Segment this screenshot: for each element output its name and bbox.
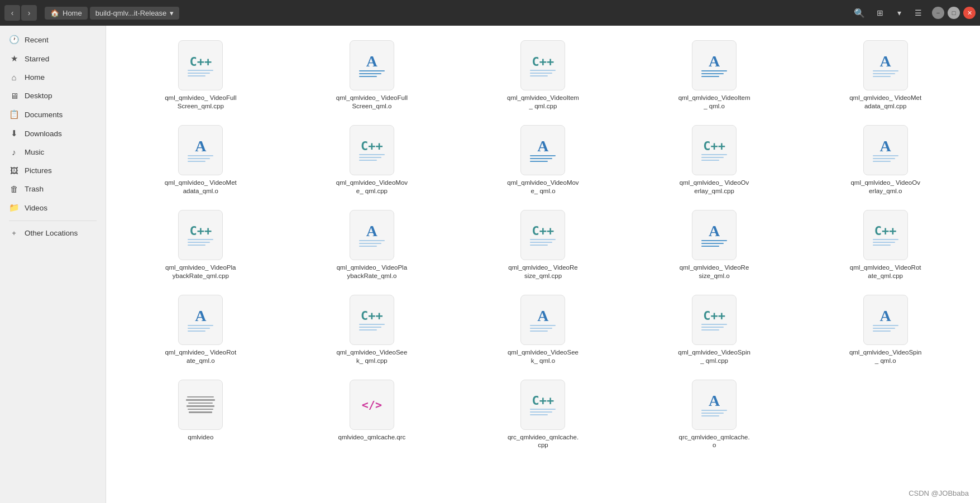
file-name: qml_qmlvideo_ VideoPlaybackRate_qml.cpp bbox=[164, 264, 237, 280]
file-item[interactable]: C++ qml_qmlvideo_ VideoResize_qml.cpp bbox=[460, 204, 627, 285]
view-toggle-button[interactable]: ▾ bbox=[891, 5, 907, 21]
file-name: qmlvideo bbox=[188, 433, 213, 442]
file-icon: C++ bbox=[350, 295, 394, 345]
file-item[interactable]: C++ qrc_qmlvideo_qmlcache.cpp bbox=[460, 374, 627, 454]
sidebar-item-music[interactable]: ♪ Music bbox=[0, 143, 106, 161]
file-name: qml_qmlvideo_ VideoFullScreen_qml.o bbox=[336, 94, 408, 111]
home-icon: 🏠 bbox=[50, 9, 59, 17]
view-list-button[interactable]: ⊞ bbox=[872, 5, 888, 21]
file-icon: C++ bbox=[520, 380, 565, 430]
file-grid: C++ qml_qmlvideo_ VideoFullScreen_qml.cp… bbox=[117, 35, 969, 454]
menu-button[interactable]: ☰ bbox=[910, 5, 926, 21]
titlebar: ‹ › 🏠 Home build-qmlv...it-Release ▾ 🔍 ⊞… bbox=[0, 0, 980, 26]
file-item[interactable]: A qml_qmlvideo_ VideoOverlay_qml.o bbox=[802, 119, 969, 200]
file-name: qml_qmlvideo_ VideoMetadata_qml.o bbox=[164, 179, 237, 195]
file-item[interactable]: A qml_qmlvideo_VideoMove_ qml.o bbox=[460, 119, 627, 200]
sidebar-item-videos[interactable]: 📁 Videos bbox=[0, 198, 106, 217]
back-icon: ‹ bbox=[11, 8, 14, 17]
file-icon: C++ bbox=[692, 295, 737, 345]
file-name: qml_qmlvideo_VideoSpin_ qml.o bbox=[849, 348, 922, 365]
sidebar-item-recent[interactable]: 🕐 Recent bbox=[0, 30, 106, 49]
maximize-button[interactable]: □ bbox=[948, 7, 960, 19]
trash-icon: 🗑 bbox=[9, 184, 19, 194]
file-item[interactable]: C++ qml_qmlvideo_VideoSpin_ qml.cpp bbox=[631, 289, 798, 370]
file-icon: C++ bbox=[178, 210, 223, 260]
file-item[interactable]: C++ qml_qmlvideo_ VideoOverlay_qml.cpp bbox=[631, 119, 798, 200]
back-button[interactable]: ‹ bbox=[4, 5, 20, 21]
file-item[interactable]: A qml_qmlvideo_ VideoPlaybackRate_qml.o bbox=[289, 204, 456, 285]
file-name: qml_qmlvideo_VideoMove_ qml.cpp bbox=[336, 179, 408, 195]
maximize-icon: □ bbox=[952, 9, 956, 16]
file-item[interactable]: C++ qml_qmlvideo_ VideoRotate_qml.cpp bbox=[802, 204, 969, 285]
sidebar-item-label: Other Locations bbox=[25, 229, 78, 237]
sidebar-item-documents[interactable]: 📋 Documents bbox=[0, 105, 106, 124]
file-icon: A bbox=[692, 210, 737, 260]
file-item[interactable]: C++ qml_qmlvideo_VideoSeek_ qml.cpp bbox=[289, 289, 456, 370]
file-name: qml_qmlvideo_VideoSpin_ qml.cpp bbox=[678, 348, 750, 365]
forward-button[interactable]: › bbox=[21, 5, 37, 21]
sidebar-item-pictures[interactable]: 🖼 Pictures bbox=[0, 161, 106, 180]
home-icon: ⌂ bbox=[9, 73, 19, 82]
file-icon: A bbox=[350, 40, 394, 90]
file-icon: A bbox=[350, 210, 394, 260]
sidebar-item-other-locations[interactable]: + Other Locations bbox=[0, 224, 106, 242]
close-button[interactable]: ✕ bbox=[963, 7, 976, 19]
sidebar-item-label: Documents bbox=[25, 111, 63, 119]
search-icon: 🔍 bbox=[854, 8, 865, 18]
file-name: qrc_qmlvideo_qmlcache.cpp bbox=[506, 433, 579, 450]
watermark: CSDN @JOBbaba bbox=[906, 488, 971, 499]
file-item[interactable]: A qml_qmlvideo_VideoSeek_ qml.o bbox=[460, 289, 627, 370]
file-icon: </> bbox=[350, 380, 394, 430]
file-item[interactable]: A qml_qmlvideo_ VideoMetadata_qml.o bbox=[117, 119, 284, 200]
path-breadcrumb[interactable]: build-qmlv...it-Release ▾ bbox=[90, 7, 180, 20]
file-name: qml_qmlvideo_ VideoOverlay_qml.cpp bbox=[678, 179, 750, 195]
main-area: 🕐 Recent ★ Starred ⌂ Home 🖥 Desktop 📋 Do… bbox=[0, 26, 980, 503]
file-name: qml_qmlvideo_ VideoResize_qml.cpp bbox=[506, 264, 579, 280]
sidebar: 🕐 Recent ★ Starred ⌂ Home 🖥 Desktop 📋 Do… bbox=[0, 26, 106, 503]
sidebar-item-label: Videos bbox=[25, 204, 47, 212]
minimize-button[interactable]: − bbox=[932, 7, 944, 19]
path-label: build-qmlv...it-Release bbox=[95, 9, 167, 17]
file-item[interactable]: A qml_qmlvideo_VideoItem_ qml.o bbox=[631, 35, 798, 115]
file-name: qmlvideo_qmlcache.qrc bbox=[338, 433, 405, 442]
file-item[interactable]: A qml_qmlvideo_ VideoRotate_qml.o bbox=[117, 289, 284, 370]
file-name: qrc_qmlvideo_qmlcache.o bbox=[678, 433, 750, 450]
desktop-icon: 🖥 bbox=[9, 91, 19, 100]
sidebar-item-label: Downloads bbox=[25, 130, 62, 138]
file-item[interactable]: A qml_qmlvideo_ VideoFullScreen_qml.o bbox=[289, 35, 456, 115]
sidebar-item-home[interactable]: ⌂ Home bbox=[0, 68, 106, 87]
file-icon: A bbox=[692, 380, 737, 430]
file-item[interactable]: A qrc_qmlvideo_qmlcache.o bbox=[631, 374, 798, 454]
home-label: Home bbox=[63, 9, 82, 17]
home-breadcrumb[interactable]: 🏠 Home bbox=[45, 7, 88, 20]
file-item[interactable]: C++ qml_qmlvideo_VideoMove_ qml.cpp bbox=[289, 119, 456, 200]
file-item[interactable]: A qml_qmlvideo_VideoSpin_ qml.o bbox=[802, 289, 969, 370]
close-icon: ✕ bbox=[967, 9, 972, 17]
file-icon: A bbox=[863, 125, 908, 175]
file-icon: C++ bbox=[520, 210, 565, 260]
sidebar-separator bbox=[9, 221, 97, 221]
sidebar-item-desktop[interactable]: 🖥 Desktop bbox=[0, 87, 106, 105]
file-item[interactable]: </>qmlvideo_qmlcache.qrc bbox=[289, 374, 456, 454]
file-item[interactable]: C++ qml_qmlvideo_ VideoPlaybackRate_qml.… bbox=[117, 204, 284, 285]
file-name: qml_qmlvideo_VideoSeek_ qml.cpp bbox=[336, 348, 408, 365]
search-button[interactable]: 🔍 bbox=[850, 4, 868, 22]
file-item[interactable]: C++ qml_qmlvideo_VideoItem_ qml.cpp bbox=[460, 35, 627, 115]
file-icon: C++ bbox=[520, 40, 565, 90]
sidebar-item-trash[interactable]: 🗑 Trash bbox=[0, 180, 106, 198]
file-icon: C++ bbox=[863, 210, 908, 260]
breadcrumb-area: 🏠 Home build-qmlv...it-Release ▾ bbox=[45, 7, 843, 20]
sidebar-item-downloads[interactable]: ⬇ Downloads bbox=[0, 124, 106, 143]
add-icon: + bbox=[9, 229, 19, 237]
file-item[interactable]: A qml_qmlvideo_ VideoMetadata_qml.cpp bbox=[802, 35, 969, 115]
sidebar-item-starred[interactable]: ★ Starred bbox=[0, 49, 106, 68]
file-item[interactable]: C++ qml_qmlvideo_ VideoFullScreen_qml.cp… bbox=[117, 35, 284, 115]
file-item[interactable]: A qml_qmlvideo_ VideoResize_qml.o bbox=[631, 204, 798, 285]
hamburger-icon: ☰ bbox=[915, 8, 922, 17]
forward-icon: › bbox=[28, 8, 31, 17]
file-icon: A bbox=[178, 125, 223, 175]
file-icon: A bbox=[520, 295, 565, 345]
file-name: qml_qmlvideo_VideoMove_ qml.o bbox=[506, 179, 579, 195]
file-area: C++ qml_qmlvideo_ VideoFullScreen_qml.cp… bbox=[106, 26, 980, 503]
file-item[interactable]: qmlvideo bbox=[117, 374, 284, 454]
